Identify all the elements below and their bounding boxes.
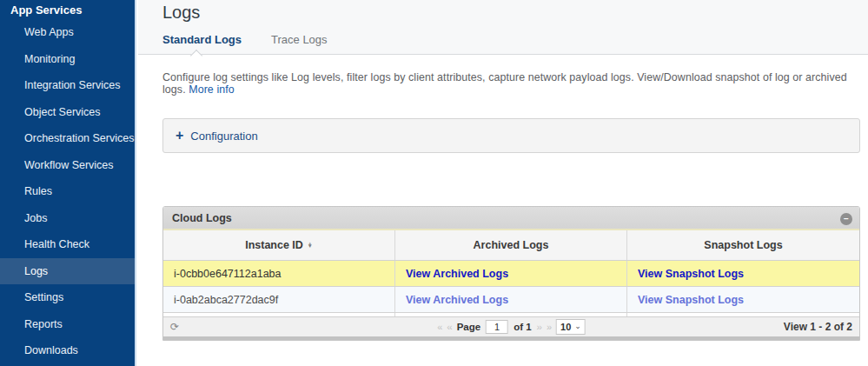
prev-page-icon[interactable]: ‹‹ xyxy=(447,322,451,332)
page-header: Logs Standard Logs Trace Logs xyxy=(138,0,868,55)
sidebar-item-integration-services[interactable]: Integration Services xyxy=(0,72,135,99)
page-of-label: of 1 xyxy=(514,322,531,332)
main-content: Logs Standard Logs Trace Logs Configure … xyxy=(138,0,868,366)
tab-trace-logs[interactable]: Trace Logs xyxy=(271,33,328,54)
record-count-label: View 1 - 2 of 2 xyxy=(784,321,852,333)
column-header-archived-logs-label: Archived Logs xyxy=(474,239,549,251)
sidebar-item-web-apps[interactable]: Web Apps xyxy=(0,19,135,46)
view-archived-logs-link[interactable]: View Archived Logs xyxy=(406,294,508,306)
sidebar-item-workflow-services[interactable]: Workflow Services xyxy=(0,152,135,179)
sort-icon[interactable]: ▲ ▼ xyxy=(308,243,313,249)
column-header-instance-id-label: Instance ID xyxy=(245,239,303,251)
archived-logs-cell: View Archived Logs xyxy=(395,261,627,286)
sidebar-item-settings[interactable]: Settings xyxy=(0,284,135,311)
cloud-logs-title: Cloud Logs xyxy=(172,212,232,224)
table-row[interactable]: i-0cbb0e647112a1aba View Archived Logs V… xyxy=(163,260,859,286)
grid-pager: ⟳ « ‹‹ Page of 1 ›› » 10 ⌄ View 1 - 2 of… xyxy=(163,316,859,336)
sidebar-item-reports[interactable]: Reports xyxy=(0,311,135,338)
next-page-icon[interactable]: ›› xyxy=(537,322,541,332)
tab-bar: Standard Logs Trace Logs xyxy=(162,33,328,54)
cloud-logs-titlebar: Cloud Logs − xyxy=(163,207,859,230)
more-info-link[interactable]: More info xyxy=(189,83,235,96)
page-label: Page xyxy=(457,322,481,332)
expand-plus-icon[interactable]: + xyxy=(176,129,183,143)
sort-desc-icon: ▼ xyxy=(308,245,313,248)
grid-bottom-edge xyxy=(163,336,859,340)
page-title: Logs xyxy=(162,3,200,23)
sidebar-item-logs[interactable]: Logs xyxy=(0,258,135,285)
column-header-snapshot-logs-label: Snapshot Logs xyxy=(704,239,782,251)
page-number-input[interactable] xyxy=(486,320,508,334)
column-header-instance-id[interactable]: Instance ID ▲ ▼ xyxy=(163,230,395,260)
view-snapshot-logs-link[interactable]: View Snapshot Logs xyxy=(638,268,744,280)
page-size-value: 10 xyxy=(560,322,571,332)
snapshot-logs-cell: View Snapshot Logs xyxy=(627,287,859,312)
sidebar-header: App Services xyxy=(0,0,135,19)
last-page-icon[interactable]: » xyxy=(547,322,551,332)
description-text: Configure log settings like Log levels, … xyxy=(162,71,847,96)
view-snapshot-logs-link[interactable]: View Snapshot Logs xyxy=(638,294,744,306)
page-size-select[interactable]: 10 ⌄ xyxy=(556,319,586,335)
sidebar: App Services Web Apps Monitoring Integra… xyxy=(0,0,136,366)
sidebar-item-health-check[interactable]: Health Check xyxy=(0,231,135,258)
configuration-label: Configuration xyxy=(190,130,257,143)
sidebar-item-rules[interactable]: Rules xyxy=(0,178,135,205)
instance-id-cell[interactable]: i-0ab2abca2772dac9f xyxy=(163,287,395,312)
pager-controls: « ‹‹ Page of 1 ›› » 10 ⌄ xyxy=(437,319,586,335)
column-header-snapshot-logs[interactable]: Snapshot Logs xyxy=(627,230,859,260)
snapshot-logs-cell: View Snapshot Logs xyxy=(627,261,859,286)
archived-logs-cell: View Archived Logs xyxy=(395,287,627,312)
sidebar-item-downloads[interactable]: Downloads xyxy=(0,337,135,364)
configuration-panel[interactable]: + Configuration xyxy=(162,118,860,153)
first-page-icon[interactable]: « xyxy=(437,322,441,332)
table-row[interactable]: i-0ab2abca2772dac9f View Archived Logs V… xyxy=(163,286,859,312)
sidebar-item-orchestration-services[interactable]: Orchestration Services xyxy=(0,125,135,152)
cloud-logs-panel: Cloud Logs − Instance ID ▲ ▼ Archived Lo… xyxy=(162,206,860,341)
collapse-panel-icon[interactable]: − xyxy=(840,213,852,225)
sidebar-item-jobs[interactable]: Jobs xyxy=(0,205,135,232)
page-description: Configure log settings like Log levels, … xyxy=(162,71,868,96)
column-header-archived-logs[interactable]: Archived Logs xyxy=(395,230,627,260)
grid-column-headers: Instance ID ▲ ▼ Archived Logs Snapshot L… xyxy=(163,230,859,260)
view-archived-logs-link[interactable]: View Archived Logs xyxy=(406,268,508,280)
chevron-down-icon: ⌄ xyxy=(574,322,581,330)
sidebar-item-object-services[interactable]: Object Services xyxy=(0,99,135,126)
instance-id-cell[interactable]: i-0cbb0e647112a1aba xyxy=(163,261,395,286)
refresh-icon[interactable]: ⟳ xyxy=(170,322,179,332)
tab-standard-logs[interactable]: Standard Logs xyxy=(162,33,242,54)
sidebar-item-monitoring[interactable]: Monitoring xyxy=(0,46,135,73)
